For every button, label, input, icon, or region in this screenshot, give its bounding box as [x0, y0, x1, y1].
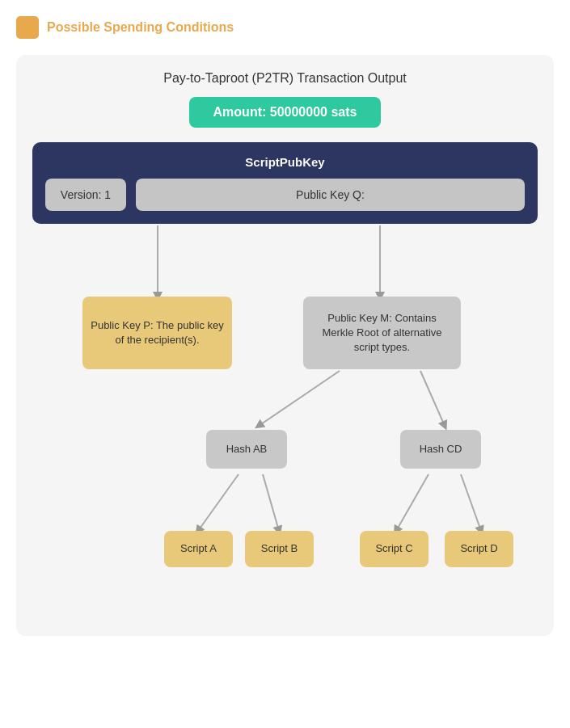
- hash-cd-node: Hash CD: [400, 430, 481, 469]
- pubkey-p-node: Public Key P: The public key of the reci…: [82, 297, 232, 369]
- svg-line-3: [420, 371, 445, 426]
- scriptpubkey-box: ScriptPubKey Version: 1 Public Key Q:: [32, 142, 538, 224]
- pubkey-m-node: Public Key M: Contains Merkle Root of al…: [303, 297, 461, 369]
- script-b-node: Script B: [245, 531, 314, 567]
- svg-line-7: [461, 474, 481, 531]
- header-icon: [16, 16, 39, 39]
- svg-line-4: [198, 474, 239, 531]
- scriptpubkey-title: ScriptPubKey: [45, 155, 525, 169]
- pubkey-q-box: Public Key Q:: [136, 179, 525, 211]
- script-a-node: Script A: [164, 531, 233, 567]
- main-card: Pay-to-Taproot (P2TR) Transaction Output…: [16, 55, 554, 636]
- scriptpubkey-row: Version: 1 Public Key Q:: [45, 179, 525, 211]
- svg-line-5: [263, 474, 279, 531]
- amount-badge: Amount: 50000000 sats: [189, 97, 382, 128]
- script-c-node: Script C: [360, 531, 429, 567]
- p2tr-title: Pay-to-Taproot (P2TR) Transaction Output: [32, 71, 538, 86]
- version-box: Version: 1: [45, 179, 126, 211]
- page-container: Possible Spending Conditions Pay-to-Tapr…: [0, 0, 570, 728]
- header-title: Possible Spending Conditions: [47, 20, 234, 35]
- svg-line-2: [259, 371, 340, 426]
- svg-line-6: [396, 474, 429, 531]
- diagram-area: Public Key P: The public key of the reci…: [32, 224, 538, 620]
- header: Possible Spending Conditions: [16, 16, 554, 39]
- hash-ab-node: Hash AB: [206, 430, 287, 469]
- script-d-node: Script D: [445, 531, 513, 567]
